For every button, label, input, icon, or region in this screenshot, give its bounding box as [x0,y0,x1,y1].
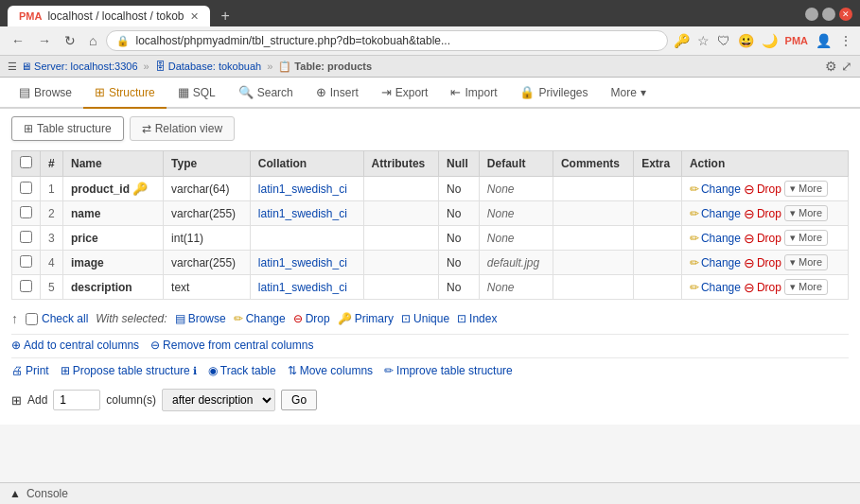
change-btn-4[interactable]: ✏ Change [690,281,741,294]
change-btn-2[interactable]: ✏ Change [690,232,741,245]
emoji-icon[interactable]: 😀 [738,33,754,48]
drop-selected-icon: ⊖ [293,312,303,325]
sep2: » [267,61,272,72]
drop-selected-btn[interactable]: ⊖ Drop [293,312,330,325]
remove-from-central-btn[interactable]: ⊖ Remove from central columns [150,339,313,352]
collation-link-4[interactable]: latin1_swedish_ci [258,281,356,294]
check-all-label[interactable]: Check all [26,312,88,325]
tab-more[interactable]: More ▾ [600,78,658,109]
row-checkbox-4[interactable] [20,280,32,292]
menu-icon[interactable]: ⋮ [839,33,852,48]
row-extra-4 [634,275,682,300]
sub-tab-table-structure[interactable]: ⊞ Table structure [11,116,124,141]
collation-link-3[interactable]: latin1_swedish_ci [258,256,356,269]
new-tab-btn[interactable]: + [216,8,236,25]
browser-chrome: PMA localhost / localhost / tokob ✕ + – … [0,0,860,26]
key-icon[interactable]: 🔑 [674,33,690,48]
index-btn[interactable]: ⊡ Index [457,312,497,325]
tab-sql[interactable]: ▦ SQL [167,78,227,109]
sub-tab-relation-view[interactable]: ⇄ Relation view [130,116,235,141]
add-to-central-btn[interactable]: ⊕ Add to central columns [11,339,139,352]
more-btn-1[interactable]: ▾ More [784,205,828,221]
row-attributes-3 [363,251,438,275]
print-btn[interactable]: 🖨 Print [11,364,49,377]
track-table-btn[interactable]: ◉ Track table [208,364,276,377]
toggle-sidebar-btn[interactable]: ☰ [8,61,17,73]
close-btn[interactable]: ✕ [839,8,852,21]
more-btn-4[interactable]: ▾ More [784,279,828,295]
tab-import[interactable]: ⇤ Import [439,78,508,109]
bottom-actions-row3: 🖨 Print ⊞ Propose table structure ℹ ◉ Tr… [11,357,849,383]
collation-link-1[interactable]: latin1_swedish_ci [258,207,356,220]
row-num-3: 4 [41,251,63,275]
tab-privileges[interactable]: 🔒 Privileges [508,78,599,109]
add-column-position-select[interactable]: after description at beginning at end [162,389,275,411]
drop-icon-2: ⊖ [744,231,755,246]
active-tab[interactable]: PMA localhost / localhost / tokob ✕ [8,6,210,26]
row-num-2: 3 [41,226,63,251]
unique-btn[interactable]: ⊡ Unique [401,312,449,325]
browse-selected-btn[interactable]: ▤ Browse [175,312,226,325]
star-icon[interactable]: ☆ [697,33,710,48]
console-bar[interactable]: ▲ Console [0,482,860,504]
tab-search[interactable]: 🔍 Search [227,78,305,109]
drop-btn-0[interactable]: ⊖ Drop [744,182,781,197]
refresh-btn[interactable]: ↻ [61,31,79,50]
row-comments-4 [553,275,633,300]
more-btn-2[interactable]: ▾ More [784,230,828,246]
more-btn-3[interactable]: ▾ More [784,254,828,270]
add-column-count-input[interactable] [53,390,100,410]
move-icon: ⇅ [288,364,297,377]
tab-close-btn[interactable]: ✕ [190,10,199,23]
row-attributes-1 [363,201,438,226]
home-btn[interactable]: ⌂ [85,31,100,50]
minimize-btn[interactable]: – [805,8,818,21]
pma-nav-icon[interactable]: PMA [785,35,808,46]
shield-icon[interactable]: 🛡 [717,33,730,48]
change-selected-btn[interactable]: ✏ Change [234,312,286,325]
select-all-checkbox[interactable] [20,156,32,168]
drop-btn-1[interactable]: ⊖ Drop [744,206,781,221]
row-checkbox-1[interactable] [20,206,32,218]
table-breadcrumb: 📋 Table: products [278,61,372,73]
improve-icon: ✏ [384,364,394,377]
database-breadcrumb[interactable]: 🗄 Database: tokobuah [155,61,262,72]
forward-btn[interactable]: → [34,31,55,50]
server-breadcrumb[interactable]: 🖥 Server: localhost:3306 [21,61,138,72]
pencil-icon-1: ✏ [690,207,699,220]
import-icon: ⇤ [450,85,461,99]
primary-btn[interactable]: 🔑 Primary [338,312,394,325]
row-name-2: price [63,226,164,251]
move-columns-btn[interactable]: ⇅ Move columns [288,364,373,377]
row-checkbox-0[interactable] [20,182,32,194]
improve-structure-btn[interactable]: ✏ Improve table structure [384,364,513,377]
more-btn-0[interactable]: ▾ More [784,181,828,197]
change-btn-3[interactable]: ✏ Change [690,256,741,269]
drop-btn-3[interactable]: ⊖ Drop [744,255,781,270]
tab-insert[interactable]: ⊕ Insert [305,78,370,109]
row-checkbox-2[interactable] [20,231,32,243]
maximize-btn[interactable]: □ [822,8,835,21]
drop-btn-4[interactable]: ⊖ Drop [744,280,781,295]
change-btn-1[interactable]: ✏ Change [690,207,741,220]
check-all-checkbox[interactable] [26,313,38,325]
fullscreen-btn[interactable]: ⤢ [841,59,852,74]
more-chevron-icon: ▾ [641,86,646,99]
address-bar[interactable]: 🔒 localhost/phpmyadmin/tbl_structure.php… [106,30,667,51]
moon-icon[interactable]: 🌙 [762,33,778,48]
tab-structure[interactable]: ⊞ Structure [83,78,167,109]
drop-btn-2[interactable]: ⊖ Drop [744,231,781,246]
tab-export[interactable]: ⇥ Export [370,78,440,109]
row-checkbox-3[interactable] [20,255,32,268]
pencil-icon-3: ✏ [690,256,699,269]
propose-table-btn[interactable]: ⊞ Propose table structure ℹ [61,364,197,377]
collation-link-0[interactable]: latin1_swedish_ci [258,182,356,196]
back-btn[interactable]: ← [8,31,28,50]
row-comments-3 [553,251,633,275]
drop-icon-3: ⊖ [744,255,755,270]
go-button[interactable]: Go [281,390,317,410]
settings-btn[interactable]: ⚙ [825,59,837,74]
tab-browse[interactable]: ▤ Browse [8,78,83,109]
user-icon[interactable]: 👤 [816,33,832,48]
change-btn-0[interactable]: ✏ Change [690,182,741,196]
